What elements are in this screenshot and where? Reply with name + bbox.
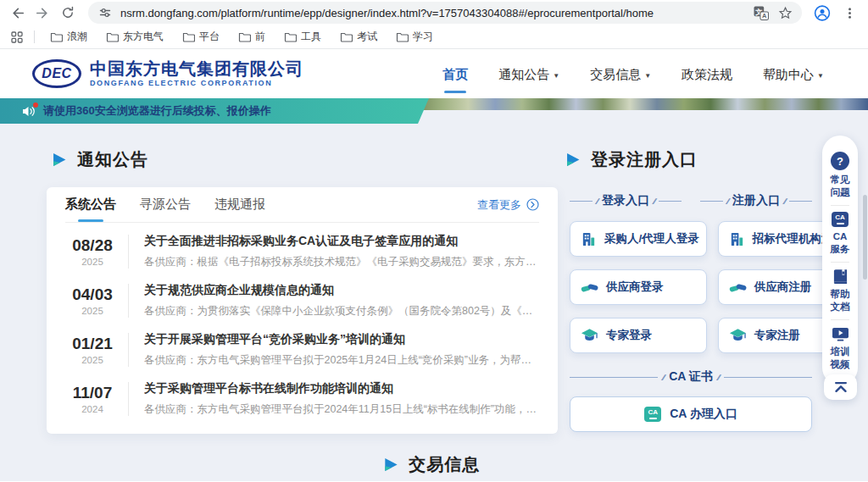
back-icon[interactable] [8,4,25,21]
notice-title[interactable]: 关于采购管理平台标书在线制作功能培训的通知 [144,381,539,396]
bookmark-label: 前 [255,30,265,44]
bookmark-folder-dongfang[interactable]: 东方电气 [99,28,170,46]
svg-text:A: A [762,12,767,19]
notice-date: 04/03 [65,285,120,304]
nav-item-help-center[interactable]: 帮助中心 ▼ [763,60,824,88]
help-docs-tool[interactable]: 帮助文档 [830,263,851,319]
login-entry-label: ∕∕ 登录入口 ∕∕ [570,193,682,208]
chevron-down-icon: ▼ [644,72,651,80]
notices-tabs: 系统公告 寻源公告 违规通报 查看更多 [65,187,539,223]
nav-item-trade-info[interactable]: 交易信息 ▼ [590,60,651,88]
notice-desc: 各供应商：东方电气采购管理平台拟于2025年1月24日上线“竞价采购”业务，为帮… [144,353,539,368]
notice-title[interactable]: 关于开展采购管理平台“竞价采购业务”培训的通知 [144,332,539,347]
notice-title[interactable]: 关于全面推进非招标采购业务CA认证及电子签章应用的通知 [144,234,539,249]
section-arrow-icon [384,457,398,472]
forward-icon[interactable] [34,4,51,21]
page-scrollbar[interactable] [863,195,867,280]
bookmark-label: 浪潮 [67,30,87,44]
reload-icon[interactable] [59,4,76,21]
collapse-up-icon [833,381,849,393]
browser-menu-icon[interactable] [841,4,858,21]
bookmark-folder-langchao[interactable]: 浪潮 [43,28,94,46]
divider [128,382,129,416]
bookmark-folder-qian[interactable]: 前 [231,28,272,46]
notice-row[interactable]: 01/21 2025 关于开展采购管理平台“竞价采购业务”培训的通知 各供应商：… [65,325,539,374]
handshake-icon [729,280,747,295]
document-icon [832,269,849,285]
login-panel: ∕∕ 登录入口 ∕∕ ∕∕ 注册入口 ∕∕ 采购人/代理人登录 招标代理机构注册… [570,193,812,432]
notice-row[interactable]: 08/28 2025 关于全面推进非招标采购业务CA认证及电子签章应用的通知 各… [65,227,539,276]
page: DEC 中国东方电气集团有限公司 DONGFANG ELECTRIC CORPO… [0,49,868,481]
browser-notice-banner: 请使用360安全浏览器进行后续投标、报价操作 [0,98,429,124]
bookmarks-separator [34,30,35,43]
notice-desc: 各供应商：为贯彻落实《保障中小企业款项支付条例》（国务院令第802号）及《中小企… [144,304,539,319]
view-more-link[interactable]: 查看更多 [477,197,539,213]
notices-section-header: 通知公告 [53,148,148,171]
notice-row[interactable]: 11/07 2024 关于采购管理平台标书在线制作功能培训的通知 各供应商：东方… [65,374,539,424]
notice-year: 2025 [65,257,120,267]
divider [128,235,129,269]
apps-grid-icon[interactable] [8,29,25,46]
main-nav: 首页 通知公告 ▼ 交易信息 ▼ 政策法规 帮助中心 ▼ [442,60,824,88]
bookmark-label: 考试 [357,30,377,44]
notice-year: 2024 [65,404,120,414]
bookmark-label: 东方电气 [123,30,164,44]
bookmark-folder-pingtai[interactable]: 平台 [175,28,226,46]
graduation-cap-icon [581,328,598,343]
section-title: 交易信息 [409,453,480,476]
section-arrow-icon [566,152,581,167]
ca-icon: CA [832,212,849,227]
nav-item-home[interactable]: 首页 [442,60,468,88]
ca-badge-icon: CA [644,407,661,422]
bookmark-label: 工具 [301,30,321,44]
notice-year: 2025 [65,355,120,365]
login-section-header: 登录注册入口 [566,148,698,171]
section-arrow-icon [53,152,67,167]
ca-cert-label: ∕∕ CA 证书 ∕∕ [570,369,812,385]
bookmark-star-icon[interactable] [776,4,793,21]
section-title: 通知公告 [77,148,148,171]
notice-row[interactable]: 04/03 2025 关于规范供应商企业规模信息的通知 各供应商：为贯彻落实《保… [65,276,539,325]
site-header: DEC 中国东方电气集团有限公司 DONGFANG ELECTRIC CORPO… [0,49,868,98]
address-bar[interactable]: nsrm.dongfang.com/platform/runtime/epp/d… [88,2,802,24]
company-name-en: DONGFANG ELECTRIC CORPORATION [90,79,303,87]
tab-sourcing-notices[interactable]: 寻源公告 [140,187,191,222]
floating-side-toolbar: ? 常见问题 CA CA服务 帮助文档 培训视频 [822,136,858,385]
training-videos-tool[interactable]: 培训视频 [830,320,851,377]
collapse-toolbar-button[interactable] [824,374,857,400]
supplier-login-button[interactable]: 供应商登录 [570,269,707,305]
banner-text: 请使用360安全浏览器进行后续投标、报价操作 [43,103,271,119]
notice-date: 01/21 [65,335,120,353]
site-settings-icon[interactable] [97,4,114,21]
bookmark-folder-gongju[interactable]: 工具 [277,28,328,46]
expert-login-button[interactable]: 专家登录 [570,318,707,353]
notice-date: 11/07 [65,384,120,402]
notice-title[interactable]: 关于规范供应商企业规模信息的通知 [144,283,539,298]
purchaser-agent-login-button[interactable]: 采购人/代理人登录 [570,221,707,257]
circle-chevron-icon [526,198,539,211]
notice-desc: 各供应商：东方电气采购管理平台拟于2024年11月15日上线“标书在线制作”功能… [144,402,539,417]
tab-violation-reports[interactable]: 违规通报 [214,187,265,222]
video-icon [832,326,849,342]
bookmark-folder-kaoshi[interactable]: 考试 [333,28,384,46]
bookmarks-bar: 浪潮 东方电气 平台 前 工具 考试 学习 [0,25,868,49]
nav-item-policies[interactable]: 政策法规 [682,60,732,88]
trade-section-header: 交易信息 [384,453,480,476]
company-name-cn: 中国东方电气集团有限公司 [90,59,303,79]
divider [128,284,129,318]
profile-avatar-icon[interactable] [814,4,831,21]
site-logo[interactable]: DEC 中国东方电气集团有限公司 DONGFANG ELECTRIC CORPO… [32,59,303,88]
ca-service-tool[interactable]: CA CA服务 [830,206,851,262]
faq-tool[interactable]: ? 常见问题 [830,146,851,205]
translate-icon[interactable]: 文A [753,4,770,21]
url-text[interactable]: nsrm.dongfang.com/platform/runtime/epp/d… [120,7,746,19]
notice-list: 08/28 2025 关于全面推进非招标采购业务CA认证及电子签章应用的通知 各… [65,223,539,424]
question-icon: ? [831,152,849,170]
notification-dot [33,102,38,108]
ca-apply-button[interactable]: CA CA 办理入口 [570,396,812,432]
bookmark-folder-xuexi[interactable]: 学习 [389,28,440,46]
register-entry-label: ∕∕ 注册入口 ∕∕ [700,193,812,208]
tab-system-notices[interactable]: 系统公告 [65,187,116,222]
nav-item-notices[interactable]: 通知公告 ▼ [498,60,559,88]
browser-toolbar: nsrm.dongfang.com/platform/runtime/epp/d… [0,0,868,25]
